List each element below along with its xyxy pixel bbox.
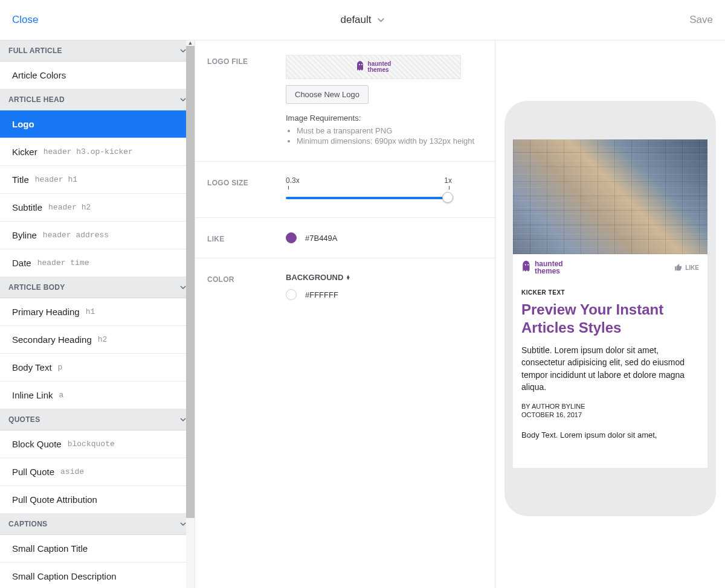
background-select[interactable]: BACKGROUND ▲▼	[286, 273, 483, 282]
sidebar-item-label: Pull Quote Attribution	[12, 494, 97, 505]
preview-body-text: Body Text. Lorem ipsum dolor sit amet,	[521, 430, 699, 439]
ghost-icon	[521, 260, 532, 275]
group-header[interactable]: ARTICLE BODY	[0, 277, 195, 298]
sidebar-item-label: Body Text	[12, 362, 52, 372]
layout: FULL ARTICLEArticle ColorsARTICLE HEADLo…	[0, 40, 725, 588]
group-header[interactable]: QUOTES	[0, 409, 195, 430]
sidebar-item-meta: p	[58, 363, 63, 372]
sidebar-item[interactable]: Secondary Headingh2	[0, 326, 195, 354]
like-badge: LIKE	[674, 263, 699, 272]
thumbs-up-icon	[674, 263, 683, 272]
sidebar-item[interactable]: Small Caption Title	[0, 535, 195, 563]
sidebar-item-label: Subtitle	[12, 202, 42, 213]
logo-preview-box: haunted themes	[286, 55, 461, 79]
preview-kicker: KICKER TEXT	[521, 289, 699, 296]
ghost-icon	[356, 61, 366, 73]
sidebar-item-label: Inline Link	[12, 390, 53, 400]
sidebar-item[interactable]: Dateheader time	[0, 249, 195, 277]
sidebar-item-label: Date	[12, 258, 31, 268]
requirements-list: Must be a transparent PNG Minimum dimens…	[286, 126, 483, 145]
requirement-item: Must be a transparent PNG	[297, 126, 483, 135]
slider-max-label: 1x	[444, 176, 452, 185]
sidebar-item[interactable]: Small Caption Description	[0, 563, 195, 588]
sidebar-item-label: Pull Quote	[12, 467, 54, 477]
hero-image	[513, 139, 707, 254]
preview-date: OCTOBER 16, 2017	[521, 411, 699, 418]
sidebar-item-label: Kicker	[12, 147, 37, 157]
save-button[interactable]: Save	[689, 14, 713, 26]
sidebar-item[interactable]: Article Colors	[0, 62, 195, 89]
sidebar-item[interactable]: Pull Quoteaside	[0, 458, 195, 486]
sidebar-item[interactable]: Block Quoteblockquote	[0, 430, 195, 458]
sidebar-item-label: Byline	[12, 230, 37, 240]
sidebar-item-label: Logo	[12, 119, 34, 129]
sidebar-item-meta: h2	[98, 335, 108, 344]
phone-screen: haunted themes LIKE KICKER TEXT Preview …	[513, 139, 707, 468]
background-color-swatch[interactable]	[286, 289, 297, 300]
style-name: default	[340, 14, 371, 26]
requirement-item: Minimum dimensions: 690px width by 132px…	[297, 136, 483, 145]
sidebar-item-meta: aside	[60, 467, 84, 476]
sidebar-item-label: Small Caption Title	[12, 543, 88, 554]
preview-panel: haunted themes LIKE KICKER TEXT Preview …	[495, 40, 725, 588]
sidebar-item-meta: blockquote	[68, 439, 115, 449]
like-color-value: #7B449A	[305, 234, 338, 243]
sidebar-item-label: Title	[12, 174, 29, 185]
logo-size-slider[interactable]	[286, 192, 452, 203]
sidebar-item[interactable]: Primary Headingh1	[0, 298, 195, 326]
scrollbar-thumb[interactable]	[186, 46, 195, 518]
group-header[interactable]: CAPTIONS	[0, 514, 195, 535]
sidebar: FULL ARTICLEArticle ColorsARTICLE HEADLo…	[0, 40, 195, 588]
group-header[interactable]: ARTICLE HEAD	[0, 89, 195, 110]
sidebar-item[interactable]: Kickerheader h3.op-kicker	[0, 138, 195, 166]
style-selector[interactable]: default	[340, 14, 384, 26]
color-label: COLOR	[207, 273, 286, 284]
background-color-value: #FFFFFF	[305, 290, 338, 299]
preview-title: Preview Your Instant Articles Styles	[521, 301, 699, 337]
sidebar-item[interactable]: Inline Linka	[0, 382, 195, 409]
slider-track	[286, 197, 452, 199]
like-label: LIKE	[207, 232, 286, 243]
sidebar-item-label: Small Caption Description	[12, 571, 117, 581]
sidebar-item-meta: header h3.op-kicker	[44, 147, 133, 156]
phone-frame: haunted themes LIKE KICKER TEXT Preview …	[504, 101, 716, 516]
sidebar-item[interactable]: Bylineheader address	[0, 222, 195, 249]
preview-byline: BY AUTHOR BYLINE	[521, 403, 699, 410]
sidebar-item-meta: a	[59, 391, 64, 400]
color-row: COLOR BACKGROUND ▲▼ #FFFFFF	[195, 258, 495, 315]
requirements-title: Image Requirements:	[286, 113, 483, 123]
logo-brand-text2: themes	[368, 67, 392, 73]
like-color-swatch[interactable]	[286, 232, 297, 243]
choose-logo-button[interactable]: Choose New Logo	[286, 85, 369, 104]
slider-min-label: 0.3x	[286, 176, 300, 185]
sidebar-item-meta: header h2	[48, 203, 91, 212]
sidebar-item[interactable]: Titleheader h1	[0, 166, 195, 194]
group-header[interactable]: FULL ARTICLE	[0, 40, 195, 62]
slider-thumb[interactable]	[442, 192, 453, 203]
sidebar-item-meta: header h1	[35, 175, 77, 184]
sidebar-item[interactable]: Body Textp	[0, 354, 195, 382]
sidebar-item[interactable]: Subtitleheader h2	[0, 194, 195, 222]
sidebar-item[interactable]: Pull Quote Attribution	[0, 486, 195, 514]
sort-icon: ▲▼	[346, 275, 350, 280]
like-color-row: LIKE #7B449A	[195, 218, 495, 258]
topbar: Close default Save	[0, 0, 725, 40]
logo-file-row: LOGO FILE haunted themes Choose New Logo…	[195, 40, 495, 162]
preview-subtitle: Subtitle. Lorem ipsum dolor sit amet, co…	[521, 344, 699, 393]
sidebar-item-label: Primary Heading	[12, 307, 80, 317]
logo-size-row: LOGO SIZE 0.3x 1x	[195, 162, 495, 218]
sidebar-item-meta: h1	[86, 307, 95, 316]
sidebar-item-label: Block Quote	[12, 439, 62, 449]
logo-file-label: LOGO FILE	[207, 55, 286, 66]
sidebar-item-label: Article Colors	[12, 70, 66, 80]
chevron-down-icon	[378, 16, 385, 24]
close-button[interactable]: Close	[12, 14, 38, 26]
sidebar-item[interactable]: Logo	[0, 110, 195, 138]
settings-panel: LOGO FILE haunted themes Choose New Logo…	[195, 40, 495, 588]
preview-logo: haunted themes	[521, 260, 563, 275]
scrollbar-track[interactable]: ▲	[186, 40, 195, 588]
sidebar-item-meta: header time	[37, 258, 89, 267]
scroll-up-arrow[interactable]: ▲	[186, 40, 195, 46]
sidebar-item-label: Secondary Heading	[12, 334, 92, 345]
sidebar-item-meta: header address	[43, 231, 109, 240]
